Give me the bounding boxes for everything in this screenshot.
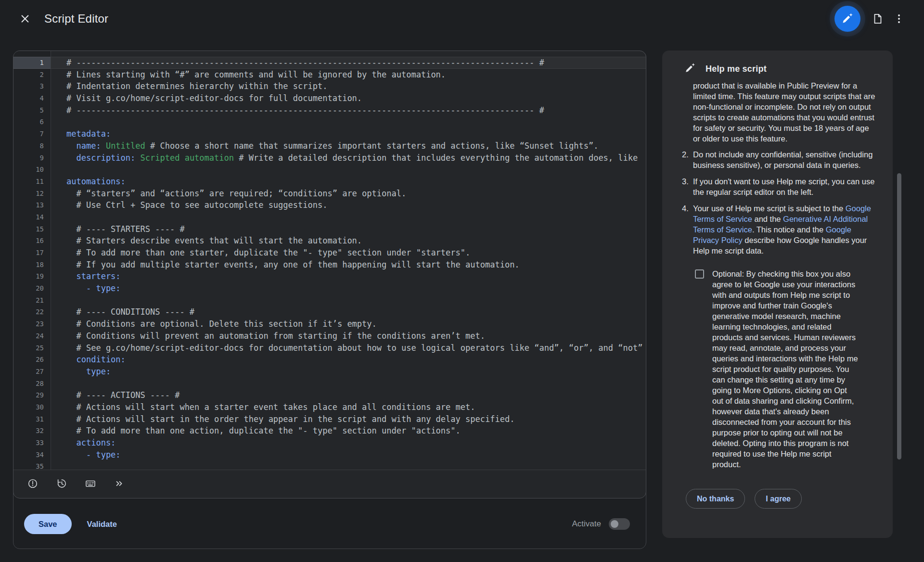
line-number: 27 <box>13 366 51 378</box>
code-line[interactable]: # ---- STARTERS ---- # <box>51 223 646 235</box>
line-number: 1 <box>13 57 51 69</box>
code-line[interactable]: # Lines starting with “#” are comments a… <box>51 69 646 81</box>
code-line[interactable]: # To add more than one starter, duplicat… <box>51 247 646 259</box>
code-line[interactable] <box>51 378 646 390</box>
alert-icon <box>27 478 38 490</box>
code-line[interactable]: # To add more than one action, duplicate… <box>51 425 646 437</box>
help-term-item: 4.Your use of Help me script is subject … <box>682 203 878 256</box>
optional-consent-label: Optional: By checking this box you also … <box>712 268 859 470</box>
code-line[interactable]: metadata: <box>51 128 646 140</box>
code-line[interactable] <box>51 211 646 223</box>
activate-label: Activate <box>572 519 601 529</box>
line-number: 12 <box>13 188 51 200</box>
line-number: 3 <box>13 80 51 92</box>
i-agree-button[interactable]: I agree <box>755 489 802 509</box>
line-number: 9 <box>13 152 51 164</box>
code-line[interactable]: - type: <box>51 449 646 461</box>
code-line[interactable]: # Use Ctrl + Space to see autocomplete s… <box>51 199 646 211</box>
code-line[interactable]: actions: <box>51 437 646 449</box>
code-editor[interactable]: 1234567891011121314151617181920212223242… <box>13 51 646 498</box>
help-intro-text: product that is available in Public Prev… <box>693 82 878 144</box>
window-scrollbar[interactable] <box>897 173 901 460</box>
line-number: 18 <box>13 259 51 271</box>
help-term-number: 4. <box>682 203 693 256</box>
line-number: 30 <box>13 401 51 413</box>
code-line[interactable]: # Actions will start in the order they a… <box>51 413 646 425</box>
code-line[interactable]: # Indentation determines hierarchy withi… <box>51 80 646 92</box>
no-thanks-button[interactable]: No thanks <box>686 489 745 509</box>
code-area[interactable]: 1234567891011121314151617181920212223242… <box>13 51 646 470</box>
code-line[interactable]: # See g.co/home/script-editor-docs for d… <box>51 342 646 354</box>
line-number: 7 <box>13 128 51 140</box>
line-number: 26 <box>13 354 51 366</box>
code-line[interactable] <box>51 294 646 307</box>
top-bar: Script Editor <box>0 0 924 38</box>
keyboard-icon <box>85 478 96 491</box>
code-line[interactable]: # ---- CONDITIONS ---- # <box>51 306 646 318</box>
code-line[interactable]: starters: <box>51 270 646 282</box>
editor-actions-bar: Save Validate Activate <box>13 498 646 549</box>
code-line[interactable]: # Conditions will prevent an automation … <box>51 330 646 342</box>
code-line[interactable]: type: <box>51 366 646 378</box>
help-panel-content[interactable]: product that is available in Public Prev… <box>662 82 893 532</box>
code-line[interactable]: # Actions will start when a starter even… <box>51 401 646 413</box>
line-number: 23 <box>13 318 51 330</box>
optional-consent-checkbox[interactable] <box>695 269 704 279</box>
line-number: 35 <box>13 460 51 470</box>
code-line[interactable]: # ---- ACTIONS ---- # <box>51 389 646 401</box>
more-options-button[interactable] <box>888 8 910 29</box>
line-number: 15 <box>13 223 51 235</box>
help-me-script-panel: Help me script product that is available… <box>662 51 893 538</box>
code-line[interactable]: name: Untitled # Choose a short name tha… <box>51 140 646 152</box>
line-number: 28 <box>13 378 51 390</box>
code-line[interactable]: # --------------------------------------… <box>51 57 646 69</box>
close-button[interactable] <box>14 8 36 29</box>
keyboard-shortcuts-button[interactable] <box>80 473 101 495</box>
code-line[interactable] <box>51 460 646 470</box>
close-icon <box>20 13 30 24</box>
help-term-number: 3. <box>682 176 693 197</box>
pen-spark-icon <box>684 62 696 76</box>
line-number: 24 <box>13 330 51 342</box>
expand-toolbar-button[interactable] <box>109 473 130 495</box>
code-line[interactable]: # If you add multiple starter events, an… <box>51 259 646 271</box>
line-number: 31 <box>13 413 51 425</box>
validate-button[interactable]: Validate <box>78 514 126 534</box>
line-numbers: 1234567891011121314151617181920212223242… <box>13 51 51 470</box>
line-number: 33 <box>13 437 51 449</box>
code-line[interactable]: # Starters describe events that will sta… <box>51 235 646 247</box>
line-number: 11 <box>13 176 51 188</box>
more-vert-icon <box>893 13 905 25</box>
code-line[interactable]: # --------------------------------------… <box>51 104 646 116</box>
line-number: 25 <box>13 342 51 354</box>
line-number: 22 <box>13 306 51 318</box>
line-number: 19 <box>13 270 51 282</box>
line-number: 10 <box>13 164 51 176</box>
code-line[interactable]: automations: <box>51 176 646 188</box>
line-number: 8 <box>13 140 51 152</box>
code-line[interactable] <box>51 164 646 176</box>
page-title: Script Editor <box>44 12 108 26</box>
code-line[interactable] <box>51 116 646 128</box>
line-number: 32 <box>13 425 51 437</box>
help-me-script-button[interactable] <box>834 6 860 32</box>
script-document-button[interactable] <box>867 8 888 29</box>
save-button[interactable]: Save <box>24 514 72 534</box>
line-number: 6 <box>13 116 51 128</box>
code-line[interactable]: condition: <box>51 354 646 366</box>
code-content[interactable]: # --------------------------------------… <box>51 51 646 470</box>
problems-button[interactable] <box>22 473 43 495</box>
code-line[interactable]: # Visit g.co/home/script-editor-docs for… <box>51 92 646 104</box>
toggle-thumb <box>611 520 618 528</box>
pen-spark-icon <box>841 12 854 26</box>
line-number: 29 <box>13 389 51 401</box>
activate-toggle[interactable] <box>609 518 630 530</box>
code-line[interactable]: # Conditions are optional. Delete this s… <box>51 318 646 330</box>
help-term-item: 3.If you don't want to use Help me scrip… <box>682 176 878 197</box>
code-line[interactable]: description: Scripted automation # Write… <box>51 152 646 164</box>
line-number: 4 <box>13 92 51 104</box>
code-line[interactable]: - type: <box>51 282 646 294</box>
code-line[interactable]: # “starters” and “actions” are required;… <box>51 188 646 200</box>
line-number: 14 <box>13 211 51 223</box>
history-button[interactable] <box>51 473 72 495</box>
